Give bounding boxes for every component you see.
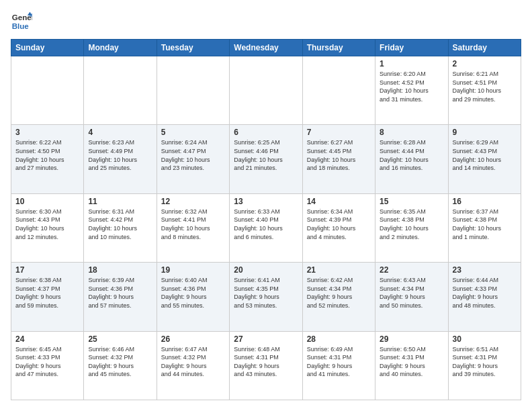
day-number: 22 xyxy=(380,265,443,275)
calendar-cell: 18Sunrise: 6:39 AM Sunset: 4:36 PM Dayli… xyxy=(84,263,157,331)
calendar-cell: 19Sunrise: 6:40 AM Sunset: 4:36 PM Dayli… xyxy=(157,263,229,331)
day-number: 28 xyxy=(307,334,371,344)
calendar-cell: 16Sunrise: 6:37 AM Sunset: 4:38 PM Dayli… xyxy=(448,193,521,262)
day-info: Sunrise: 6:33 AM Sunset: 4:40 PM Dayligh… xyxy=(234,208,298,241)
day-info: Sunrise: 6:31 AM Sunset: 4:42 PM Dayligh… xyxy=(88,208,152,241)
calendar-week-4: 24Sunrise: 6:45 AM Sunset: 4:33 PM Dayli… xyxy=(11,331,521,400)
calendar-cell xyxy=(157,56,229,125)
day-number: 16 xyxy=(453,197,517,206)
day-info: Sunrise: 6:43 AM Sunset: 4:34 PM Dayligh… xyxy=(380,276,443,310)
day-info: Sunrise: 6:29 AM Sunset: 4:43 PM Dayligh… xyxy=(453,138,517,172)
day-info: Sunrise: 6:47 AM Sunset: 4:32 PM Dayligh… xyxy=(161,345,225,379)
calendar-cell: 27Sunrise: 6:48 AM Sunset: 4:31 PM Dayli… xyxy=(230,331,302,400)
calendar-cell: 5Sunrise: 6:24 AM Sunset: 4:47 PM Daylig… xyxy=(157,125,229,193)
day-info: Sunrise: 6:21 AM Sunset: 4:51 PM Dayligh… xyxy=(453,70,517,103)
calendar-week-1: 3Sunrise: 6:22 AM Sunset: 4:50 PM Daylig… xyxy=(11,125,521,193)
calendar-cell: 4Sunrise: 6:23 AM Sunset: 4:49 PM Daylig… xyxy=(84,125,157,193)
calendar-cell: 11Sunrise: 6:31 AM Sunset: 4:42 PM Dayli… xyxy=(84,193,157,262)
weekday-header-thursday: Thursday xyxy=(302,40,375,56)
logo: General Blue xyxy=(11,11,32,32)
day-number: 30 xyxy=(453,334,517,344)
day-number: 23 xyxy=(453,265,517,275)
day-number: 29 xyxy=(380,334,443,344)
day-info: Sunrise: 6:50 AM Sunset: 4:31 PM Dayligh… xyxy=(380,345,443,379)
day-number: 9 xyxy=(453,128,517,137)
calendar-cell: 28Sunrise: 6:49 AM Sunset: 4:31 PM Dayli… xyxy=(302,331,375,400)
day-info: Sunrise: 6:45 AM Sunset: 4:33 PM Dayligh… xyxy=(15,345,79,379)
day-number: 10 xyxy=(15,197,79,206)
day-info: Sunrise: 6:37 AM Sunset: 4:38 PM Dayligh… xyxy=(453,208,517,241)
day-info: Sunrise: 6:23 AM Sunset: 4:49 PM Dayligh… xyxy=(88,138,152,172)
calendar-cell: 9Sunrise: 6:29 AM Sunset: 4:43 PM Daylig… xyxy=(448,125,521,193)
calendar-cell: 29Sunrise: 6:50 AM Sunset: 4:31 PM Dayli… xyxy=(375,331,448,400)
calendar-cell: 3Sunrise: 6:22 AM Sunset: 4:50 PM Daylig… xyxy=(11,125,84,193)
day-info: Sunrise: 6:41 AM Sunset: 4:35 PM Dayligh… xyxy=(234,276,298,310)
calendar-cell: 7Sunrise: 6:27 AM Sunset: 4:45 PM Daylig… xyxy=(302,125,375,193)
calendar-cell: 8Sunrise: 6:28 AM Sunset: 4:44 PM Daylig… xyxy=(375,125,448,193)
day-info: Sunrise: 6:25 AM Sunset: 4:46 PM Dayligh… xyxy=(234,138,298,172)
calendar-cell: 14Sunrise: 6:34 AM Sunset: 4:39 PM Dayli… xyxy=(302,193,375,262)
day-number: 4 xyxy=(88,128,152,137)
weekday-header-friday: Friday xyxy=(375,40,448,56)
calendar-week-3: 17Sunrise: 6:38 AM Sunset: 4:37 PM Dayli… xyxy=(11,263,521,331)
header: General Blue xyxy=(11,11,521,32)
day-number: 25 xyxy=(88,334,152,344)
day-info: Sunrise: 6:48 AM Sunset: 4:31 PM Dayligh… xyxy=(234,345,298,379)
day-info: Sunrise: 6:27 AM Sunset: 4:45 PM Dayligh… xyxy=(307,138,371,172)
page: General Blue SundayMondayTuesdayWednesda… xyxy=(0,0,532,411)
day-number: 2 xyxy=(453,59,517,68)
day-number: 18 xyxy=(88,265,152,275)
weekday-header-tuesday: Tuesday xyxy=(157,40,229,56)
calendar-table: SundayMondayTuesdayWednesdayThursdayFrid… xyxy=(11,39,521,400)
calendar-cell: 21Sunrise: 6:42 AM Sunset: 4:34 PM Dayli… xyxy=(302,263,375,331)
logo-icon: General Blue xyxy=(11,11,32,32)
day-info: Sunrise: 6:20 AM Sunset: 4:52 PM Dayligh… xyxy=(380,70,443,103)
calendar-cell xyxy=(84,56,157,125)
day-info: Sunrise: 6:40 AM Sunset: 4:36 PM Dayligh… xyxy=(161,276,225,310)
day-info: Sunrise: 6:30 AM Sunset: 4:43 PM Dayligh… xyxy=(15,208,79,241)
day-info: Sunrise: 6:38 AM Sunset: 4:37 PM Dayligh… xyxy=(15,276,79,310)
day-info: Sunrise: 6:35 AM Sunset: 4:38 PM Dayligh… xyxy=(380,208,443,241)
day-number: 26 xyxy=(161,334,225,344)
day-info: Sunrise: 6:22 AM Sunset: 4:50 PM Dayligh… xyxy=(15,138,79,172)
calendar-cell: 22Sunrise: 6:43 AM Sunset: 4:34 PM Dayli… xyxy=(375,263,448,331)
day-number: 27 xyxy=(234,334,298,344)
calendar-cell: 17Sunrise: 6:38 AM Sunset: 4:37 PM Dayli… xyxy=(11,263,84,331)
weekday-header-saturday: Saturday xyxy=(448,40,521,56)
day-number: 13 xyxy=(234,197,298,206)
day-number: 6 xyxy=(234,128,298,137)
day-number: 7 xyxy=(307,128,371,137)
day-number: 19 xyxy=(161,265,225,275)
calendar-cell: 24Sunrise: 6:45 AM Sunset: 4:33 PM Dayli… xyxy=(11,331,84,400)
day-info: Sunrise: 6:49 AM Sunset: 4:31 PM Dayligh… xyxy=(307,345,371,379)
day-number: 1 xyxy=(380,59,443,68)
day-info: Sunrise: 6:24 AM Sunset: 4:47 PM Dayligh… xyxy=(161,138,225,172)
day-info: Sunrise: 6:32 AM Sunset: 4:41 PM Dayligh… xyxy=(161,208,225,241)
calendar-cell xyxy=(230,56,302,125)
weekday-header-wednesday: Wednesday xyxy=(230,40,302,56)
calendar-cell: 12Sunrise: 6:32 AM Sunset: 4:41 PM Dayli… xyxy=(157,193,229,262)
calendar-week-2: 10Sunrise: 6:30 AM Sunset: 4:43 PM Dayli… xyxy=(11,193,521,262)
day-info: Sunrise: 6:44 AM Sunset: 4:33 PM Dayligh… xyxy=(453,276,517,310)
calendar-cell: 2Sunrise: 6:21 AM Sunset: 4:51 PM Daylig… xyxy=(448,56,521,125)
weekday-header-monday: Monday xyxy=(84,40,157,56)
day-number: 24 xyxy=(15,334,79,344)
day-number: 15 xyxy=(380,197,443,206)
day-info: Sunrise: 6:46 AM Sunset: 4:32 PM Dayligh… xyxy=(88,345,152,379)
weekday-header-sunday: Sunday xyxy=(11,40,84,56)
day-info: Sunrise: 6:28 AM Sunset: 4:44 PM Dayligh… xyxy=(380,138,443,172)
day-number: 3 xyxy=(15,128,79,137)
day-number: 11 xyxy=(88,197,152,206)
day-number: 14 xyxy=(307,197,371,206)
day-number: 17 xyxy=(15,265,79,275)
calendar-cell: 10Sunrise: 6:30 AM Sunset: 4:43 PM Dayli… xyxy=(11,193,84,262)
day-number: 5 xyxy=(161,128,225,137)
calendar-week-0: 1Sunrise: 6:20 AM Sunset: 4:52 PM Daylig… xyxy=(11,56,521,125)
calendar-header-row: SundayMondayTuesdayWednesdayThursdayFrid… xyxy=(11,40,521,56)
calendar-cell: 23Sunrise: 6:44 AM Sunset: 4:33 PM Dayli… xyxy=(448,263,521,331)
day-info: Sunrise: 6:51 AM Sunset: 4:31 PM Dayligh… xyxy=(453,345,517,379)
calendar-cell: 25Sunrise: 6:46 AM Sunset: 4:32 PM Dayli… xyxy=(84,331,157,400)
day-number: 8 xyxy=(380,128,443,137)
day-number: 21 xyxy=(307,265,371,275)
calendar-cell: 1Sunrise: 6:20 AM Sunset: 4:52 PM Daylig… xyxy=(375,56,448,125)
